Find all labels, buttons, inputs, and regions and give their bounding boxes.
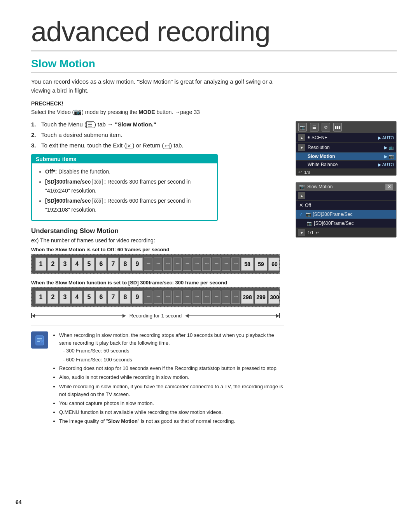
video-icon: 📷	[298, 123, 307, 131]
submenu-item-sd600: [SD]600frame/sec 600 : Records 600 frame…	[45, 196, 211, 214]
nav-page: 1/8	[304, 170, 310, 175]
panel-1-row-wb: White Balance ▶ AUTO	[296, 161, 396, 169]
panel-2-item-sd600[interactable]: 📷 [SD]600Frame/Sec	[296, 219, 396, 228]
frame-cell-dots: ···	[183, 291, 191, 304]
slowmo-label: Slow Motion	[308, 154, 382, 159]
scene-label: £ SCENE	[308, 135, 376, 140]
resolution-value: ▶ 📺	[384, 145, 394, 150]
frame-cell: 2	[47, 291, 58, 304]
section-title: Slow Motion	[31, 58, 397, 73]
left-column: 1. Touch the Menu (☰) tab → "Slow Motion…	[31, 121, 284, 426]
precheck-label: PRECHECK!	[31, 100, 397, 107]
submenu-items-list: Off*: Disables the function. [SD]300fram…	[38, 167, 211, 214]
panel-1-row-slowmo: Slow Motion ▶ 📷	[296, 152, 396, 161]
right-column: 📷 ☰ ⚙ ▮▮▮ ▲ £ SCENE ▶ AUTO ▼ Resolution …	[296, 121, 397, 238]
step-1-text: Touch the Menu (☰) tab → "Slow Motion."	[41, 121, 156, 128]
step-3-text: To exit the menu, touch the Exit (✕) or …	[41, 142, 184, 149]
frame-diagram-300: 1 2 3 4 5 6 7 8 9 ··· ··· ··· ··· ··· ··…	[31, 287, 280, 307]
understanding-title: Understanding Slow Motion	[31, 227, 284, 235]
note-sub-300: - 300 Frame/Sec: 50 seconds	[63, 347, 284, 355]
sd300-item-label: 📷 [SD]300Frame/Sec	[306, 212, 352, 217]
frame-cell-dots: ···	[173, 258, 182, 271]
note-item-1: When recording in slow motion, the recor…	[59, 331, 284, 363]
frame-cell-dots: ···	[183, 258, 191, 271]
frame-cell: 9	[132, 291, 143, 304]
note-item-2: Recording does not stop for 10 seconds e…	[59, 365, 284, 372]
resolution-label: Resolution	[308, 145, 382, 150]
frame-cell-dots: ···	[173, 291, 182, 304]
nav-dn-btn[interactable]: ▼	[298, 144, 305, 151]
note-item-7: The image quality of "Slow Motion" is no…	[59, 417, 284, 425]
panel-2-title-row: 📷 Slow Motion	[299, 184, 332, 189]
scene-value: ▶ AUTO	[378, 135, 394, 140]
page-number: 64	[16, 499, 22, 505]
precheck-section: PRECHECK! Select the Video (📷) mode by p…	[31, 100, 397, 116]
sd300-fps-label: When the Slow Motion function is set to …	[31, 280, 284, 286]
submenu-box: Submenu items Off*: Disables the functio…	[31, 154, 218, 221]
panel-1-row-resolution: ▼ Resolution ▶ 📺	[296, 143, 396, 152]
steps-list: 1. Touch the Menu (☰) tab → "Slow Motion…	[31, 121, 284, 149]
note-item-3: Also, audio is not recorded while record…	[59, 373, 284, 381]
frame-cell-dots: ···	[202, 291, 211, 304]
panel-2-nav: ▼ 1/1 ↩	[296, 228, 396, 237]
nav-up-btn-2[interactable]: ▲	[298, 192, 305, 199]
frame-cell: 8	[120, 291, 131, 304]
frame-cell: 5	[84, 258, 94, 271]
intro-text: You can record videos as a slow motion. …	[31, 77, 284, 95]
note-icon	[31, 331, 48, 349]
frame-cell-59: 59	[255, 258, 267, 271]
frame-cell: 7	[108, 258, 119, 271]
off-label: Off	[305, 203, 311, 208]
svg-rect-0	[36, 336, 44, 345]
frame-cell-298: 298	[241, 291, 254, 304]
frame-cell-dots: ···	[222, 291, 230, 304]
note-item-5: You cannot capture photos in slow motion…	[59, 400, 284, 407]
arrow-line-right	[186, 315, 279, 316]
arrow-line-left	[32, 315, 126, 316]
recording-label: Recording for 1 second	[126, 313, 186, 319]
note-item-4: While recording in slow motion, if you h…	[59, 383, 284, 398]
frame-cell-dots: ···	[163, 258, 172, 271]
step-2-num: 2.	[31, 131, 39, 138]
frame-cell: 3	[60, 258, 70, 271]
panel-2-header: 📷 Slow Motion ✕	[296, 182, 396, 191]
frame-cell-300: 300	[268, 291, 280, 304]
frame-cell: 1	[35, 291, 46, 304]
camera-icon: 📷	[299, 184, 305, 189]
panel-2-close-btn[interactable]: ✕	[385, 184, 393, 190]
panel-1-header: 📷 ☰ ⚙ ▮▮▮	[296, 121, 396, 133]
tick-right	[279, 313, 280, 318]
check-icon: ✓	[299, 212, 303, 217]
panel-1-nav: ↩ 1/8	[296, 169, 396, 175]
frame-cell: 7	[108, 291, 119, 304]
submenu-item-off: Off*: Disables the function.	[45, 167, 211, 176]
note-sub-600: - 600 Frame/Sec: 100 seconds	[63, 356, 284, 364]
back-icon: ↩	[298, 170, 302, 175]
frame-cell-dots: ···	[154, 291, 162, 304]
ui-panel-2: 📷 Slow Motion ✕ ▲ ✕ Off ✓ 📷 [SD]300Frame…	[296, 182, 397, 238]
recording-arrow: Recording for 1 second	[31, 313, 280, 319]
frame-cell-299: 299	[255, 291, 267, 304]
note-box: When recording in slow motion, the recor…	[31, 326, 284, 426]
step-3: 3. To exit the menu, touch the Exit (✕) …	[31, 142, 284, 149]
panel-2-nav-up: ▲	[296, 191, 396, 201]
step-2: 2. Touch a desired submenu item.	[31, 131, 284, 138]
nav-up-btn[interactable]: ▲	[298, 134, 305, 141]
panel-2-item-off[interactable]: ✕ Off	[296, 201, 396, 210]
back-icon-2: ↩	[316, 230, 319, 235]
frame-cell-dots: ···	[163, 291, 172, 304]
page-title: advanced recording	[31, 16, 397, 51]
menu-icon: ☰	[310, 123, 318, 131]
panel-2-title: Slow Motion	[307, 184, 332, 189]
settings-icon: ⚙	[322, 123, 330, 131]
frame-cell: 4	[72, 291, 82, 304]
panel-2-item-sd300[interactable]: ✓ 📷 [SD]300Frame/Sec	[296, 210, 396, 219]
step-2-text: Touch a desired submenu item.	[41, 131, 122, 138]
step-3-num: 3.	[31, 142, 39, 149]
nav-dn-btn-2[interactable]: ▼	[298, 229, 305, 236]
slowmo-value: ▶ 📷	[384, 154, 394, 159]
frame-cell-dots: ···	[154, 258, 162, 271]
sd600-item-label: 📷 [SD]600Frame/Sec	[307, 221, 354, 226]
frame-cell-dots: ···	[222, 258, 230, 271]
off-fps-label: When the Slow Motion is set to Off: 60 f…	[31, 247, 284, 252]
